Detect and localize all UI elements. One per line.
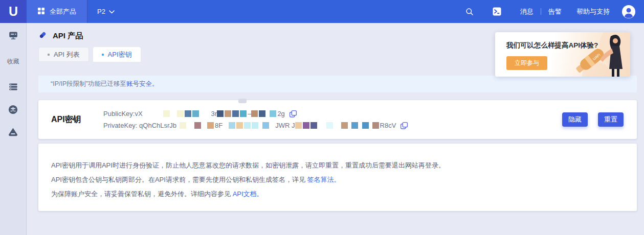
- feedback-illustration: UAPI: [563, 32, 630, 77]
- tab-api-keys[interactable]: API密钥: [93, 47, 141, 62]
- tab-api-keys-label: API密钥: [108, 50, 132, 59]
- nav-divider: [541, 8, 541, 15]
- grid-icon: [37, 7, 45, 16]
- drive-icon[interactable]: [8, 127, 18, 137]
- feedback-question: 我们可以怎么样提高API体验?: [506, 41, 630, 50]
- api-key-info-card: API密钥用于调用API时进行身份验证，防止他人恶意篡改您的请求数据，如密钥泄露…: [38, 144, 637, 211]
- page-title: API 产品: [53, 31, 83, 41]
- key-rows: PublicKey:vX3r–2g PrivateKey: qQhChLsrJb…: [103, 110, 408, 130]
- info-text: API密钥包含公钥与私钥两部分。在API请求前，需要先使用公钥和私钥生成签名，详…: [51, 176, 307, 183]
- signature-algorithm-link[interactable]: 签名算法。: [307, 176, 341, 183]
- display-icon[interactable]: [8, 30, 18, 40]
- private-key-row: PrivateKey: qQhChLsrJb8FJWR JR8cV: [103, 122, 408, 130]
- api-docs-link[interactable]: API文档。: [233, 190, 263, 198]
- api-plug-icon: [38, 31, 47, 41]
- left-sidebar: 收藏: [0, 23, 27, 235]
- favorites-label: 收藏: [7, 57, 19, 66]
- nav-help[interactable]: 帮助与支持: [576, 7, 610, 16]
- nav-messages[interactable]: 消息: [520, 7, 534, 16]
- key-actions: 隐藏 重置: [562, 112, 624, 127]
- hide-button[interactable]: 隐藏: [562, 112, 588, 127]
- logo[interactable]: U: [0, 0, 27, 23]
- navbar-right: 消息 告警 帮助与支持: [465, 5, 644, 18]
- public-key-row: PublicKey:vX3r–2g: [103, 110, 408, 118]
- info-text: 为保障账户安全，请妥善保管私钥，避免外传。详细内容参见: [51, 190, 233, 198]
- copy-icon[interactable]: [289, 110, 297, 118]
- api-key-card-title: API密钥: [51, 114, 90, 125]
- all-products-button[interactable]: 全部产品: [27, 0, 87, 23]
- user-avatar-icon[interactable]: [622, 5, 635, 18]
- public-key-value: PublicKey:vX3r–2g: [103, 110, 285, 118]
- project-selector[interactable]: P2: [87, 8, 124, 15]
- console-icon[interactable]: [493, 7, 501, 16]
- tab-api-list-label: API 列表: [54, 50, 80, 59]
- reset-button[interactable]: 重置: [598, 112, 624, 127]
- feedback-card: UAPI 我们可以怎么样提高API体验? 立即参与: [495, 32, 630, 77]
- chevron-down-icon: [109, 8, 115, 15]
- top-navbar: U 全部产品 P2 消息 告警 帮助与支持: [0, 0, 644, 23]
- account-security-link[interactable]: 账号安全。: [126, 80, 159, 88]
- info-paragraph-2: API密钥包含公钥与私钥两部分。在API请求前，需要先使用公钥和私钥生成签名，详…: [51, 173, 637, 187]
- drag-handle-pill: [238, 99, 247, 103]
- api-key-card: API密钥 PublicKey:vX3r–2g PrivateKey: qQhC…: [38, 100, 637, 139]
- hub-icon[interactable]: [8, 104, 18, 115]
- info-paragraph-1: API密钥用于调用API时进行身份验证，防止他人恶意篡改您的请求数据，如密钥泄露…: [51, 158, 637, 173]
- copy-icon[interactable]: [400, 122, 408, 130]
- participate-button[interactable]: 立即参与: [506, 56, 547, 70]
- tab-dot: [48, 54, 50, 56]
- private-key-value: PrivateKey: qQhChLsrJb8FJWR JR8cV: [103, 122, 396, 130]
- info-text: API密钥用于调用API时进行身份验证，防止他人恶意篡改您的请求数据，如密钥泄露…: [51, 161, 445, 169]
- migration-notice: “IP/IP段限制”功能已迁移至账号安全。: [38, 76, 637, 92]
- info-paragraph-3: 为保障账户安全，请妥善保管私钥，避免外传。详细内容参见 API文档。: [51, 187, 637, 201]
- nav-alerts[interactable]: 告警: [548, 7, 562, 16]
- project-label: P2: [97, 8, 105, 15]
- list-icon[interactable]: [8, 82, 18, 92]
- search-icon[interactable]: [465, 8, 474, 16]
- tab-dot: [102, 54, 104, 56]
- logo-text: U: [9, 4, 18, 19]
- tab-api-list[interactable]: API 列表: [38, 47, 89, 62]
- notice-text: “IP/IP段限制”功能已迁移至: [51, 80, 126, 88]
- all-products-label: 全部产品: [50, 7, 76, 16]
